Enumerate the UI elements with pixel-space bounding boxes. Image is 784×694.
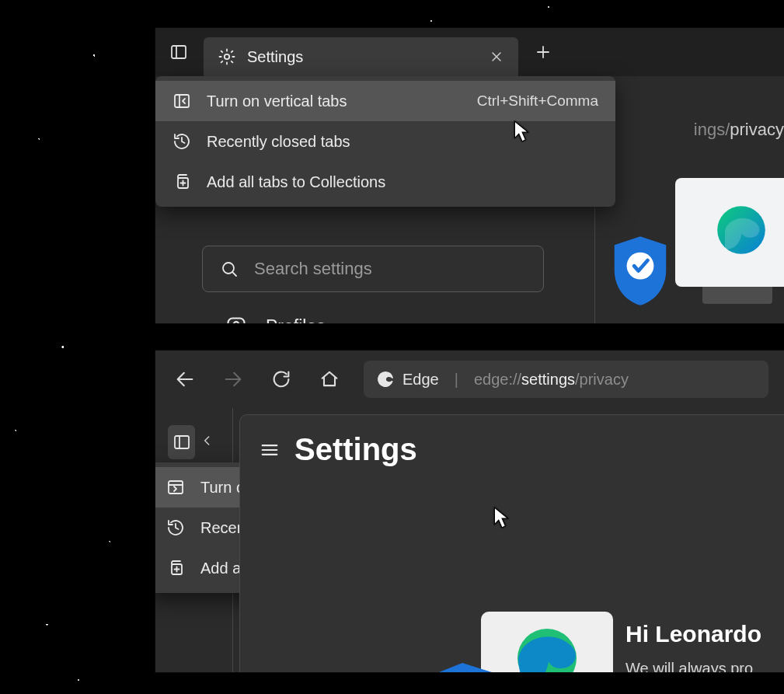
- tab-strip: Settings: [155, 28, 784, 76]
- chevron-left-icon: [200, 433, 215, 448]
- greeting-block: Hi Leonardo We will always pro and contr…: [625, 621, 784, 672]
- svg-point-2: [225, 54, 229, 59]
- address-bar-fragment: ings/privacy: [694, 120, 784, 140]
- collections-add-icon: [166, 559, 185, 577]
- home-button[interactable]: [315, 365, 343, 393]
- menu-item-label: Recently closed tabs: [207, 133, 350, 151]
- settings-page-content: Settings: [239, 414, 784, 672]
- svg-rect-0: [172, 46, 186, 58]
- tab-actions-button[interactable]: [162, 35, 196, 69]
- greeting-line: We will always pro: [625, 657, 784, 672]
- svg-point-12: [234, 322, 239, 323]
- tab-actions-button[interactable]: [168, 425, 195, 459]
- browser-window-top: Settings ings/privacy: [155, 28, 784, 323]
- sidebar-item-profiles[interactable]: Profiles: [202, 316, 784, 323]
- menu-item-label: Add all tabs to Collections: [207, 173, 385, 191]
- sidebar-item-label: Profiles: [266, 316, 326, 324]
- active-tab[interactable]: Settings: [204, 37, 518, 76]
- tab-title: Settings: [247, 48, 475, 66]
- panel-arrow-icon: [166, 478, 185, 497]
- menu-item-shortcut: Ctrl+Shift+Comma: [477, 92, 598, 110]
- hamburger-icon[interactable]: [259, 439, 280, 461]
- svg-line-10: [232, 272, 236, 276]
- home-icon: [319, 368, 340, 390]
- gear-icon: [218, 47, 236, 66]
- history-icon: [166, 518, 185, 537]
- address-bar[interactable]: Edge | edge://settings/privacy: [364, 361, 768, 398]
- collapse-sidebar-button[interactable]: [195, 428, 220, 456]
- new-tab-button[interactable]: [526, 35, 560, 69]
- profile-icon: [225, 316, 247, 323]
- svg-rect-13: [175, 95, 189, 107]
- history-icon: [172, 132, 191, 151]
- search-icon: [220, 260, 239, 278]
- greeting-heading: Hi Leonardo: [625, 621, 784, 647]
- divider: |: [455, 371, 458, 389]
- forward-button[interactable]: [219, 365, 247, 393]
- vertical-tabs-sidebar: Turn off vertical tabs Ctrl+Shift+Comma …: [155, 408, 233, 672]
- svg-rect-20: [175, 436, 189, 448]
- refresh-icon: [270, 368, 292, 390]
- url-text: edge://settings/privacy: [474, 371, 629, 389]
- panel-icon: [169, 43, 188, 61]
- site-identity-chip[interactable]: Edge: [376, 370, 439, 389]
- menu-item-add-to-collections[interactable]: Add all tabs to Collections: [155, 162, 615, 202]
- tab-actions-menu: Turn on vertical tabs Ctrl+Shift+Comma R…: [155, 76, 615, 207]
- privacy-hero-illustration: [434, 598, 636, 672]
- panel-arrow-icon: [172, 92, 191, 110]
- menu-item-recently-closed[interactable]: Recently closed tabs: [155, 121, 615, 162]
- search-settings-box[interactable]: [202, 246, 544, 292]
- edge-swirl-icon: [376, 370, 395, 389]
- mouse-cursor-icon: [513, 120, 530, 143]
- back-button[interactable]: [171, 365, 199, 393]
- arrow-right-icon: [222, 368, 244, 390]
- arrow-left-icon: [174, 368, 196, 390]
- site-brand-label: Edge: [402, 371, 439, 389]
- browser-window-bottom: Edge | edge://settings/privacy: [155, 350, 784, 672]
- mouse-cursor-icon: [493, 506, 510, 529]
- plus-icon: [534, 43, 552, 61]
- collections-add-icon: [172, 173, 191, 191]
- navigation-toolbar: Edge | edge://settings/privacy: [155, 350, 784, 408]
- panel-icon: [172, 433, 191, 452]
- page-title: Settings: [294, 432, 417, 467]
- tab-close-button[interactable]: [486, 46, 507, 68]
- close-icon: [489, 49, 504, 65]
- menu-item-label: Turn on vertical tabs: [207, 92, 347, 110]
- refresh-button[interactable]: [267, 365, 295, 393]
- settings-sidebar-area: Profiles: [202, 246, 784, 323]
- menu-item-turn-on-vertical-tabs[interactable]: Turn on vertical tabs Ctrl+Shift+Comma: [155, 81, 615, 121]
- search-settings-input[interactable]: [254, 259, 526, 279]
